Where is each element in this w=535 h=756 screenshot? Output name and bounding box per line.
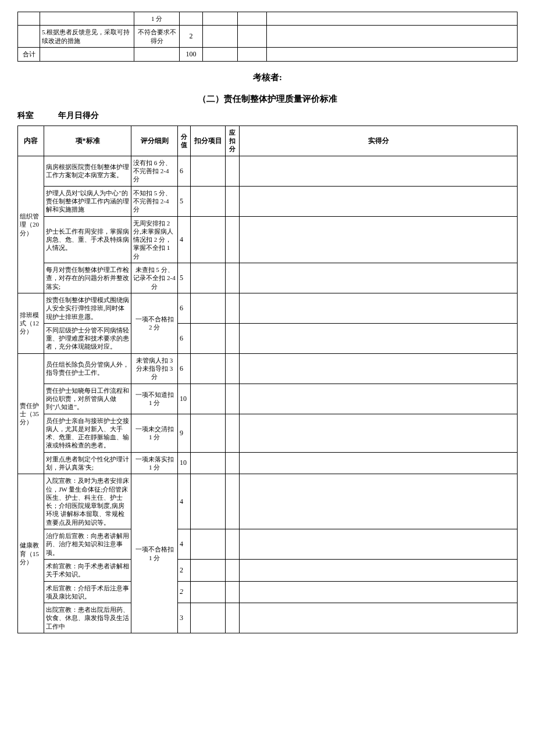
group-nurse: 责任护士（35分） [18, 353, 44, 474]
cell: 未管病人扣 3 分未指导扣 3 分 [131, 353, 178, 384]
group-org-mgmt: 组织管理（20分） [18, 156, 44, 293]
cell: 一项不合格扣 2 分 [131, 293, 178, 353]
cell: 不符合要求不得分 [134, 26, 180, 48]
table-row: 组织管理（20分） 病房根据医院责任制整体护理工作方案制定本病室方案。 没有扣 … [18, 156, 518, 186]
cell: 10 [178, 384, 191, 414]
table-row: 不同层级护士分管不同病情轻重、护理难度和技术要求的患者，充分体现能级对应。 6 [18, 323, 518, 353]
top-partial-table: 1 分 5.根据患者反馈意见，采取可持续改进的措施 不符合要求不得分 2 合计 … [17, 12, 518, 62]
col-content: 内容 [18, 126, 44, 156]
cell: 护理人员对"以病人为中心"的责任制整体护理工作内涵的理解和实施措施 [44, 186, 131, 216]
table-row: 每月对责任制整体护理工作检查，对存在的问题分析并整改落实; 未查扣 5 分、记录… [18, 263, 518, 293]
cell: 无周安排扣 2 分,未掌握病人情况扣 2 分，掌握不全扣 1 分 [131, 216, 178, 263]
table-row: 责任护士（35分） 员任组长除负员分管病人外，指导责任护士工作。 未管病人扣 3… [18, 353, 518, 384]
cell: 6 [178, 323, 191, 353]
cell: 每月对责任制整体护理工作检查，对存在的问题分析并整改落实; [44, 263, 131, 293]
cell: 没有扣 6 分、不完善扣 2-4 分 [131, 156, 178, 186]
table-row: 健康教育（15分） 入院宣教：及时为患者安排床位，JW 量生命体征;介绍管床医生… [18, 474, 518, 529]
table-row: 1 分 [18, 12, 518, 26]
cell: 入院宣教：及时为患者安排床位，JW 量生命体征;介绍管床医生、护士、科主任、护士… [44, 474, 131, 529]
table-row: 术前宣教：向手术患者讲解相关手术知识。 2 [18, 559, 518, 581]
assessor-label: 考核者: [17, 72, 518, 83]
cell: 术后宣教：介绍手术后注意事项及康比知识。 [44, 581, 131, 603]
cell: 2 [178, 559, 191, 581]
table-row: 对重点患者制定个性化护理计划，并认真落'失; 一项未落实扣 1 分 10 [18, 452, 518, 474]
cell: 按责任制整体护理模式围绕病人安全实行弹性排班,同时体现护士排班意愿。 [44, 293, 131, 323]
cell: 6 [178, 353, 191, 384]
col-standard: 项*标准 [44, 126, 131, 156]
table-row: 护理人员对"以病人为中心"的责任制整体护理工作内涵的理解和实施措施 不知扣 5 … [18, 186, 518, 216]
table-row: 出院宣教：患者出院后用药、饮食、休息、康发指导及生活工作中 3 [18, 603, 518, 633]
cell: 责任护士知晓每日工作流程和岗位职责，对所管病人做到"八知道"。 [44, 384, 131, 414]
cell: 5.根据患者反馈意见，采取可持续改进的措施 [40, 26, 134, 48]
cell: 护士长工作有周安排，掌握病房急、危、重、手术及特殊病人情况。 [44, 216, 131, 263]
cell: 未查扣 5 分、记录不全扣 2-4 分 [131, 263, 178, 293]
cell: 员任组长除负员分管病人外，指导责任护士工作。 [44, 353, 131, 384]
col-score: 分值 [178, 126, 191, 156]
cell: 4 [178, 474, 191, 529]
cell: 6 [178, 156, 191, 186]
table-row: 责任护士知晓每日工作流程和岗位职责，对所管病人做到"八知道"。 一项不知道扣 1… [18, 384, 518, 414]
cell: 一项不知道扣 1 分 [131, 384, 178, 414]
cell: 10 [178, 452, 191, 474]
cell: 一项未交清扣 1 分 [131, 414, 178, 452]
section-title: （二）责任制整体护理质量评价标准 [17, 94, 518, 105]
col-deduct-item: 扣分项目 [191, 126, 226, 156]
table-row: 排班模式（12分） 按责任制整体护理模式围绕病人安全实行弹性排班,同时体现护士排… [18, 293, 518, 323]
col-actual: 实得分 [240, 126, 518, 156]
group-shift: 排班模式（12分） [18, 293, 44, 353]
cell: 一项未落实扣 1 分 [131, 452, 178, 474]
table-row: 护士长工作有周安排，掌握病房急、危、重、手术及特殊病人情况。 无周安排扣 2 分… [18, 216, 518, 263]
col-should-deduct: 应扣分 [226, 126, 240, 156]
cell: 术前宣教：向手术患者讲解相关手术知识。 [44, 559, 131, 581]
col-criteria: 评分细则 [131, 126, 178, 156]
cell: 一项不合格扣 1 分 [131, 474, 178, 633]
cell: 6 [178, 293, 191, 323]
table-row: 治疗前后宣教：向患者讲解用药、治疗相关知识和注意事项。 4 [18, 529, 518, 560]
cell: 4 [178, 216, 191, 263]
cell: 5 [178, 186, 191, 216]
evaluation-table: 内容 项*标准 评分细则 分值 扣分项目 应扣分 实得分 组织管理（20分） 病… [17, 126, 518, 633]
cell: 出院宣教：患者出院后用药、饮食、休息、康发指导及生活工作中 [44, 603, 131, 633]
cell: 2 [180, 26, 203, 48]
group-health-edu: 健康教育（15分） [18, 474, 44, 633]
cell: 病房根据医院责任制整体护理工作方案制定本病室方案。 [44, 156, 131, 186]
header-row: 内容 项*标准 评分细则 分值 扣分项目 应扣分 实得分 [18, 126, 518, 156]
total-value: 100 [180, 47, 203, 61]
cell: 9 [178, 414, 191, 452]
cell: 治疗前后宣教：向患者讲解用药、治疗相关知识和注意事项。 [44, 529, 131, 560]
cell: 5 [178, 263, 191, 293]
cell: 1 分 [134, 12, 180, 26]
cell: 对重点患者制定个性化护理计划，并认真落'失; [44, 452, 131, 474]
cell: 不知扣 5 分、不完善扣 2-4 分 [131, 186, 178, 216]
cell: 不同层级护士分管不同病情轻重、护理难度和技术要求的患者，充分体现能级对应。 [44, 323, 131, 353]
form-header-line: 科室 年月日得分 [17, 110, 518, 121]
cell: 2 [178, 581, 191, 603]
table-row: 员任护士亲自与接班护士交接病人，尤其是对新入、大手术、危重、正在靜脈输血、输液或… [18, 414, 518, 452]
total-label: 合计 [18, 47, 40, 61]
cell: 员任护士亲自与接班护士交接病人，尤其是对新入、大手术、危重、正在靜脈输血、输液或… [44, 414, 131, 452]
total-row: 合计 100 [18, 47, 518, 61]
cell: 3 [178, 603, 191, 633]
table-row: 5.根据患者反馈意见，采取可持续改进的措施 不符合要求不得分 2 [18, 26, 518, 48]
table-row: 术后宣教：介绍手术后注意事项及康比知识。 2 [18, 581, 518, 603]
cell: 4 [178, 529, 191, 560]
